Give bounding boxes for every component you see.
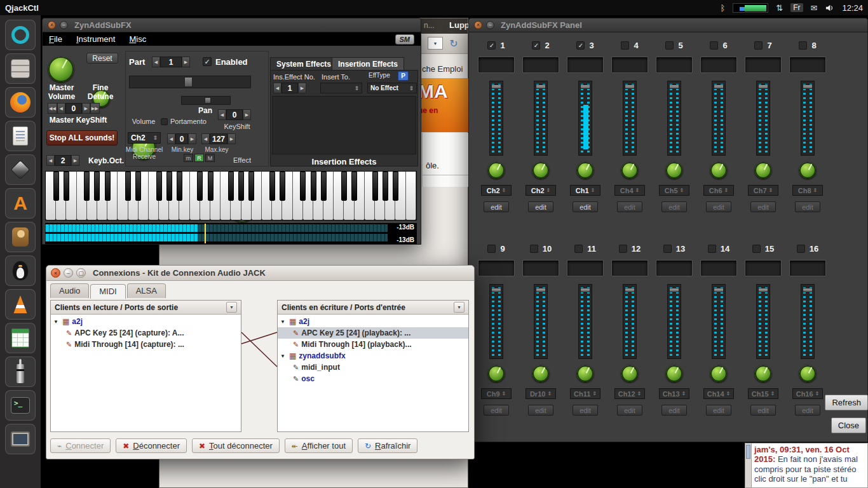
fader-handle[interactable] [758,288,768,292]
increment-icon[interactable]: ▶ [227,133,236,144]
decrement-icon[interactable]: ◀ [152,57,160,67]
scrollbar-thumb[interactable] [746,445,750,459]
channel-4-fader[interactable] [623,81,637,156]
tab-alsa[interactable]: ALSA [127,283,166,298]
channel-6-midi-select[interactable]: Ch6⇕ [703,185,734,196]
channel-11-instrument-box[interactable] [567,260,604,276]
reset-button[interactable]: Reset [86,53,118,64]
expander-icon[interactable]: ▼ [280,319,287,325]
channel-8-instrument-box[interactable] [789,57,826,73]
channel-5-edit-button[interactable]: edit [661,201,687,212]
channel-14-midi-select[interactable]: Ch14⇕ [703,388,734,399]
fader-handle[interactable] [536,288,546,292]
stop-all-sounds-button[interactable]: Stop ALL sounds! [46,130,118,146]
channel-16-pan-knob[interactable] [799,365,816,382]
increment-icon[interactable]: ▶ [298,83,306,93]
channel-14-fader[interactable] [712,284,726,359]
channel-4-enable-checkbox[interactable] [621,41,629,50]
minimize-icon[interactable]: – [60,21,68,29]
channel-8-edit-button[interactable]: edit [795,201,820,212]
dock-inkscape[interactable] [5,154,36,185]
expander-icon[interactable]: ▼ [53,319,60,325]
pan-slider[interactable] [181,96,231,105]
decrement-icon[interactable]: ◀ [57,103,65,114]
increment-icon[interactable]: ▶ [182,57,190,67]
channel-1-pan-knob[interactable] [488,162,505,179]
piano-black-key[interactable] [197,172,203,201]
tab-midi[interactable]: MIDI [90,284,125,299]
fader-handle[interactable] [491,85,501,89]
channel-10-instrument-box[interactable] [522,260,559,276]
channel-8-midi-select[interactable]: Ch8⇕ [792,185,823,196]
m2-button[interactable]: M [205,154,215,162]
piano-black-key[interactable] [166,172,172,201]
increment-icon[interactable]: ▶ [71,155,79,166]
channel-15-instrument-box[interactable] [745,260,782,276]
channel-9-midi-select[interactable]: Ch9⇕ [481,388,512,399]
chat-scrollbar[interactable] [745,443,752,488]
channel-3-enable-checkbox[interactable]: ✓ [576,41,585,50]
channel-3-instrument-box[interactable] [567,57,604,73]
ins-effect-value[interactable]: 1 [281,83,298,93]
channel-12-edit-button[interactable]: edit [617,405,642,416]
channel-10-fader[interactable] [534,284,548,359]
keyb-oct-value[interactable]: 2 [55,155,71,166]
system-load-indicator[interactable] [733,3,768,13]
rafra-chir-button[interactable]: ↻Rafraîchir [358,438,417,453]
channel-4-midi-select[interactable]: Ch4⇕ [614,185,645,196]
dropdown-icon[interactable]: ▾ [226,302,237,313]
channel-12-pan-knob[interactable] [621,365,638,382]
part-enabled-checkbox[interactable]: ✓ [203,57,212,66]
input-port-midi-through-14-playback[interactable]: ✎Midi Through [14] (playback)... [278,339,468,350]
zyn-title-bar[interactable]: × – ZynAddSubFX [43,18,421,32]
channel-7-midi-select[interactable]: Ch7⇕ [748,185,778,196]
channel-12-fader[interactable] [623,284,637,359]
channel-8-enable-checkbox[interactable] [799,41,807,50]
channel-4-edit-button[interactable]: edit [617,201,642,212]
piano-black-key[interactable] [311,172,316,201]
channel-11-edit-button[interactable]: edit [573,405,598,416]
output-port-midi-through-14-capture[interactable]: ✎Midi Through [14] (capture): ... [51,339,241,350]
fader-handle[interactable] [536,85,546,89]
input-port-apc-key-25-24-playback[interactable]: ✎APC Key 25 [24] (playback): ... [278,327,468,339]
channel-11-enable-checkbox[interactable] [574,245,583,253]
channel-13-edit-button[interactable]: edit [661,405,687,416]
channel-7-instrument-box[interactable] [745,57,782,73]
browser-tab-title[interactable]: Lupp [449,20,470,30]
keyboard-layout-indicator[interactable]: Fr [790,3,803,12]
tout-d-connecter-button[interactable]: ✖Tout déconnecter [192,438,280,453]
channel-16-instrument-box[interactable] [789,260,826,276]
menu-misc[interactable]: Misc [129,34,146,44]
channel-14-pan-knob[interactable] [710,365,727,382]
piano-black-key[interactable] [94,172,100,201]
channel-13-pan-knob[interactable] [666,365,682,382]
dock-firefox[interactable] [5,87,36,118]
dock-vlc[interactable] [5,289,36,320]
bluetooth-icon[interactable]: ᛒ [721,3,726,13]
fader-handle[interactable] [714,85,724,89]
panel-title-bar[interactable]: × – ZynAddSubFX Panel [469,18,867,32]
piano-black-key[interactable] [248,172,254,201]
channel-9-enable-checkbox[interactable] [487,245,496,253]
maximize-icon[interactable]: ▢ [76,268,86,278]
menu-instrument[interactable]: Instrument [76,34,115,44]
channel-4-pan-knob[interactable] [621,162,638,179]
writable-clients-header[interactable]: Clients en écriture / Ports d'entrée ▾ [278,301,468,315]
piano-black-key[interactable] [105,172,111,201]
piano-black-key[interactable] [135,172,141,201]
channel-4-instrument-box[interactable] [611,57,648,73]
channel-10-edit-button[interactable]: edit [528,405,553,416]
piano-black-key[interactable] [300,172,306,201]
fader-handle[interactable] [580,288,590,292]
input-port-midi-input[interactable]: ✎midi_input [278,362,468,373]
channel-15-midi-select[interactable]: Ch15⇕ [748,388,778,399]
connections-title-bar[interactable]: × – ▢ Connexions - Kit de Connexion Audi… [46,266,474,281]
channel-15-fader[interactable] [756,284,770,359]
fader-handle[interactable] [758,85,768,89]
midi-channel-select[interactable]: Ch2 ⇕ [128,132,161,144]
channel-5-pan-knob[interactable] [666,162,682,179]
dock-dash-home[interactable] [5,20,36,50]
connecter-button[interactable]: ⌁Connecter [50,438,111,453]
channel-14-enable-checkbox[interactable] [708,245,716,253]
efftype-select[interactable]: No Effect ⇕ [367,83,417,93]
